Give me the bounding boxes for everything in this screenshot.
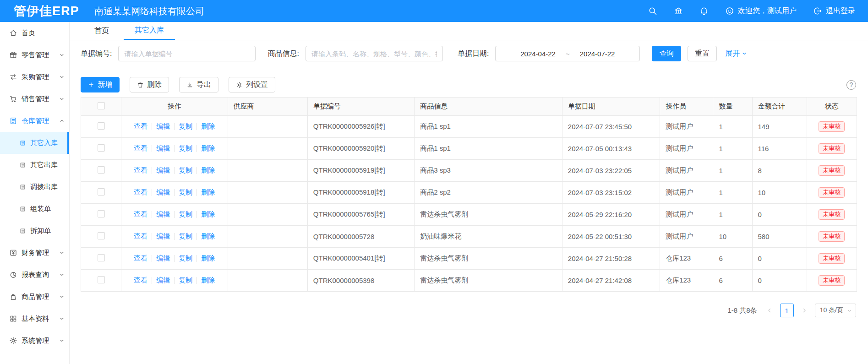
sidebar-item-home[interactable]: 首页 — [0, 22, 69, 44]
copy-link[interactable]: 复制 — [179, 232, 192, 241]
delete-link[interactable]: 删除 — [201, 210, 215, 219]
bill-date-cell: 2024-04-27 21:50:28 — [562, 248, 660, 270]
search-button[interactable]: 查询 — [652, 46, 681, 61]
row-checkbox[interactable] — [98, 122, 105, 130]
chevron-down-icon — [59, 338, 65, 343]
row-checkbox[interactable] — [98, 144, 105, 152]
edit-link[interactable]: 编辑 — [156, 276, 170, 285]
sidebar-item-assembly[interactable]: 组装单 — [0, 198, 69, 220]
logout-button[interactable]: 退出登录 — [813, 6, 855, 16]
edit-link[interactable]: 编辑 — [156, 254, 170, 263]
next-page-button[interactable] — [799, 304, 809, 317]
col-supplier: 供应商 — [228, 98, 307, 116]
edit-link[interactable]: 编辑 — [156, 166, 170, 175]
view-link[interactable]: 查看 — [134, 232, 147, 241]
sidebar-item-reports[interactable]: 报表查询 — [0, 264, 69, 286]
sidebar-item-other-inbound[interactable]: 其它入库 — [0, 132, 69, 154]
amount-cell: 0 — [752, 248, 807, 270]
copy-link[interactable]: 复制 — [179, 166, 192, 175]
delete-button[interactable]: 删除 — [130, 77, 169, 92]
delete-link[interactable]: 删除 — [201, 232, 215, 241]
row-checkbox[interactable] — [98, 232, 105, 239]
col-actions: 操作 — [121, 98, 228, 116]
row-checkbox[interactable] — [98, 210, 105, 217]
page-size-select[interactable]: 10 条/页 — [815, 304, 856, 317]
expand-toggle[interactable]: 展开 — [725, 49, 747, 59]
sidebar-item-purchase[interactable]: 采购管理 — [0, 66, 69, 88]
view-link[interactable]: 查看 — [134, 210, 147, 219]
sidebar-item-goods[interactable]: 商品管理 — [0, 286, 69, 308]
sidebar-item-label: 其它入库 — [30, 139, 58, 147]
product-cell: 商品2 sp2 — [415, 182, 562, 204]
bill-no-input[interactable] — [118, 46, 256, 61]
table-row: 查看编辑复制删除 QTRK00000005398 雷达杀虫气雾剂 2024-04… — [81, 270, 857, 292]
delete-link[interactable]: 删除 — [201, 166, 215, 175]
export-button[interactable]: 导出 — [179, 77, 218, 92]
view-link[interactable]: 查看 — [134, 122, 147, 131]
view-link[interactable]: 查看 — [134, 276, 147, 285]
sidebar-item-label: 拆卸单 — [30, 227, 51, 235]
sidebar-item-sales[interactable]: 销售管理 — [0, 88, 69, 110]
sidebar-item-label: 采购管理 — [22, 73, 49, 81]
delete-link[interactable]: 删除 — [201, 122, 215, 131]
view-link[interactable]: 查看 — [134, 166, 147, 175]
delete-link[interactable]: 删除 — [201, 188, 215, 197]
help-icon[interactable] — [846, 80, 856, 90]
pie-chart-icon — [9, 271, 17, 279]
table-row: 查看编辑复制删除 QTRK00000005765[转] 雷达杀虫气雾剂 2024… — [81, 204, 857, 226]
product-info-input[interactable] — [306, 46, 443, 61]
select-all-checkbox[interactable] — [98, 102, 105, 109]
bell-icon[interactable] — [699, 6, 709, 16]
operator-cell: 测试用户 — [660, 138, 713, 160]
row-checkbox[interactable] — [98, 166, 105, 174]
view-link[interactable]: 查看 — [134, 144, 147, 153]
delete-link[interactable]: 删除 — [201, 254, 215, 263]
edit-link[interactable]: 编辑 — [156, 122, 170, 131]
form-icon — [19, 228, 26, 234]
copy-link[interactable]: 复制 — [179, 210, 192, 219]
delete-link[interactable]: 删除 — [201, 276, 215, 285]
sidebar-item-label: 商品管理 — [22, 293, 49, 301]
row-checkbox[interactable] — [98, 254, 105, 261]
copy-link[interactable]: 复制 — [179, 276, 192, 285]
copy-link[interactable]: 复制 — [179, 254, 192, 263]
tab-other-inbound[interactable]: 其它入库 — [124, 22, 175, 40]
sidebar-item-warehouse[interactable]: 仓库管理 — [0, 110, 69, 132]
page-1-button[interactable]: 1 — [780, 304, 794, 317]
table-row: 查看编辑复制删除 QTRK00000005919[转] 商品3 sp3 2024… — [81, 160, 857, 182]
reset-button[interactable]: 重置 — [688, 46, 717, 61]
gift-icon — [9, 51, 17, 59]
search-icon[interactable] — [648, 6, 657, 16]
edit-link[interactable]: 编辑 — [156, 144, 170, 153]
sidebar-item-system[interactable]: 系统管理 — [0, 330, 69, 352]
edit-link[interactable]: 编辑 — [156, 188, 170, 197]
date-range-picker[interactable]: 2024-04-22 ~ 2024-07-22 — [495, 46, 640, 61]
delete-link[interactable]: 删除 — [201, 144, 215, 153]
edit-link[interactable]: 编辑 — [156, 210, 170, 219]
tab-home[interactable]: 首页 — [83, 22, 120, 40]
user-greeting[interactable]: 欢迎您，测试用户 — [725, 6, 797, 16]
row-checkbox[interactable] — [98, 276, 105, 283]
amount-cell: 116 — [752, 138, 807, 160]
chevron-down-icon — [59, 272, 65, 277]
edit-link[interactable]: 编辑 — [156, 232, 170, 241]
sidebar-item-finance[interactable]: 财务管理 — [0, 242, 69, 264]
copy-link[interactable]: 复制 — [179, 144, 192, 153]
sidebar-item-transfer-outbound[interactable]: 调拨出库 — [0, 176, 69, 198]
bank-icon[interactable] — [674, 6, 683, 16]
sidebar-item-other-outbound[interactable]: 其它出库 — [0, 154, 69, 176]
bill-no-cell: QTRK00000005765[转] — [307, 204, 414, 226]
status-badge: 未审核 — [819, 165, 845, 176]
prev-page-button[interactable] — [764, 304, 775, 317]
operator-cell: 测试用户 — [660, 226, 713, 248]
view-link[interactable]: 查看 — [134, 188, 147, 197]
sidebar-item-basic-data[interactable]: 基本资料 — [0, 308, 69, 330]
view-link[interactable]: 查看 — [134, 254, 147, 263]
row-checkbox[interactable] — [98, 188, 105, 196]
column-settings-button[interactable]: 列设置 — [229, 77, 275, 92]
add-button[interactable]: 新增 — [81, 77, 120, 92]
copy-link[interactable]: 复制 — [179, 122, 192, 131]
sidebar-item-retail[interactable]: 零售管理 — [0, 44, 69, 66]
copy-link[interactable]: 复制 — [179, 188, 192, 197]
sidebar-item-disassembly[interactable]: 拆卸单 — [0, 220, 69, 242]
